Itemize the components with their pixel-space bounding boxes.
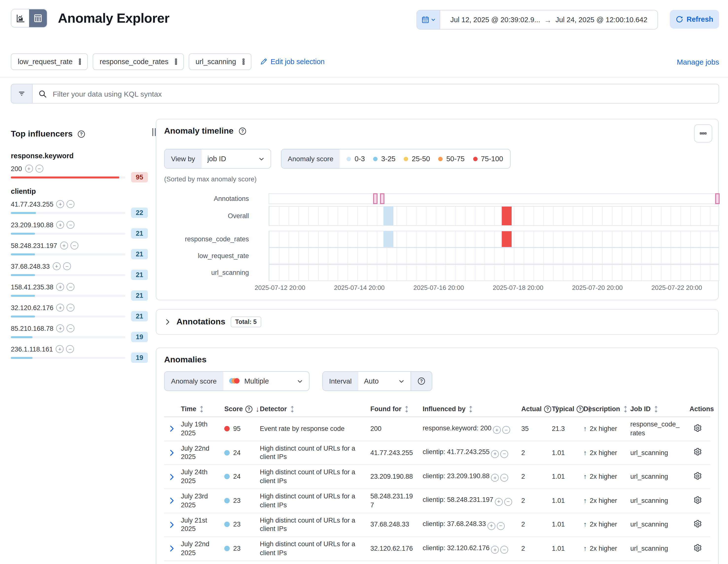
end-date[interactable]: Jul 24, 2025 @ 12:00:10.642: [555, 16, 647, 24]
row-actions-button[interactable]: [694, 520, 702, 530]
remove-filter-icon[interactable]: −: [63, 262, 71, 270]
help-icon[interactable]: ?: [417, 377, 425, 385]
column-header-influenced-by[interactable]: Influenced by: [423, 405, 474, 413]
refresh-button[interactable]: Refresh: [670, 10, 719, 29]
filter-options-button[interactable]: [11, 84, 32, 104]
swimlane[interactable]: [269, 206, 719, 226]
expand-row-button[interactable]: [168, 425, 175, 433]
swimlane[interactable]: [269, 231, 719, 247]
remove-filter-icon[interactable]: −: [501, 450, 508, 458]
job-badge[interactable]: low_request_rate: [11, 53, 88, 70]
help-icon[interactable]: ?: [239, 127, 246, 135]
add-filter-icon[interactable]: +: [56, 221, 64, 229]
help-icon[interactable]: ?: [245, 405, 253, 413]
add-filter-icon[interactable]: +: [495, 498, 503, 506]
job-badge[interactable]: url_scanning: [189, 53, 251, 70]
help-icon[interactable]: ?: [576, 405, 584, 413]
expand-row-button[interactable]: [168, 497, 175, 504]
remove-filter-icon[interactable]: −: [67, 221, 75, 229]
column-header-job-id[interactable]: Job ID: [630, 405, 660, 413]
anomaly-score-select[interactable]: Multiple: [223, 372, 309, 390]
add-filter-icon[interactable]: +: [53, 262, 61, 270]
quick-select-button[interactable]: [417, 10, 440, 29]
add-filter-icon[interactable]: +: [56, 304, 64, 312]
sort-icon[interactable]: [622, 405, 629, 412]
cell-typical: 1.01: [548, 513, 579, 537]
job-badge-menu-icon[interactable]: [172, 58, 179, 66]
help-icon[interactable]: ?: [544, 405, 552, 413]
manage-jobs-link[interactable]: Manage jobs: [677, 57, 719, 66]
swimlane-label: low_request_rate: [164, 252, 255, 260]
start-date[interactable]: Jul 12, 2025 @ 20:39:02.9...: [450, 16, 540, 24]
column-header-score[interactable]: Score ? ↓: [224, 405, 259, 413]
anomaly-cell[interactable]: [383, 207, 393, 225]
remove-filter-icon[interactable]: −: [35, 165, 43, 173]
anomaly-cell[interactable]: [383, 231, 393, 247]
add-filter-icon[interactable]: +: [493, 426, 501, 434]
job-badge-menu-icon[interactable]: [77, 58, 84, 66]
row-actions-button[interactable]: [694, 472, 702, 482]
remove-filter-icon[interactable]: −: [67, 200, 75, 208]
remove-filter-icon[interactable]: −: [497, 522, 505, 530]
annotation-marker[interactable]: [380, 193, 384, 204]
column-header-found-for[interactable]: Found for: [370, 405, 410, 413]
table-view-button[interactable]: [29, 9, 47, 27]
add-filter-icon[interactable]: +: [491, 450, 499, 458]
annotation-marker[interactable]: [373, 193, 378, 204]
expand-row-button[interactable]: [168, 521, 175, 529]
add-filter-icon[interactable]: +: [487, 522, 495, 530]
add-filter-icon[interactable]: +: [56, 324, 64, 332]
add-filter-icon[interactable]: +: [56, 283, 64, 291]
sort-desc-icon[interactable]: ↓: [256, 405, 259, 413]
remove-filter-icon[interactable]: −: [66, 345, 74, 353]
remove-filter-icon[interactable]: −: [501, 546, 508, 554]
add-filter-icon[interactable]: +: [491, 474, 499, 482]
anomaly-cell[interactable]: [502, 207, 512, 225]
edit-job-selection-link[interactable]: Edit job selection: [260, 58, 325, 66]
pm-slot: +−: [486, 520, 505, 528]
add-filter-icon[interactable]: +: [25, 165, 33, 173]
remove-filter-icon[interactable]: −: [504, 498, 512, 506]
swimlane[interactable]: [269, 264, 719, 281]
remove-filter-icon[interactable]: −: [67, 283, 75, 291]
chevron-down-icon: [431, 17, 435, 22]
swimlane[interactable]: [269, 247, 719, 264]
remove-filter-icon[interactable]: −: [67, 324, 75, 332]
view-by-select[interactable]: job ID: [202, 149, 271, 168]
cell-time: July 19th 2025: [177, 417, 220, 441]
expand-row-button[interactable]: [168, 449, 175, 457]
remove-filter-icon[interactable]: −: [70, 242, 78, 249]
column-header-time[interactable]: Time: [181, 405, 205, 413]
add-filter-icon[interactable]: +: [56, 345, 64, 353]
remove-filter-icon[interactable]: −: [67, 304, 75, 312]
anomaly-cell[interactable]: [502, 231, 512, 247]
job-badge-menu-icon[interactable]: [240, 58, 247, 66]
sort-icon[interactable]: [468, 405, 474, 412]
remove-filter-icon[interactable]: −: [502, 426, 510, 434]
add-filter-icon[interactable]: +: [56, 200, 64, 208]
sort-icon[interactable]: [403, 405, 410, 412]
remove-filter-icon[interactable]: −: [501, 474, 508, 482]
expand-row-button[interactable]: [168, 473, 175, 480]
add-filter-icon[interactable]: +: [60, 242, 68, 249]
row-actions-button[interactable]: [694, 448, 702, 458]
column-header-description[interactable]: Description: [583, 405, 629, 413]
annotation-marker[interactable]: [715, 193, 720, 204]
job-badge[interactable]: response_code_rates: [93, 53, 184, 70]
sort-icon[interactable]: [289, 405, 296, 412]
annotations-strip[interactable]: [269, 193, 719, 204]
charts-view-button[interactable]: [11, 9, 29, 27]
annotations-toggle[interactable]: Annotations Total: 5: [156, 310, 718, 334]
interval-select[interactable]: Auto: [358, 372, 410, 390]
row-actions-button[interactable]: [694, 544, 702, 554]
timeline-options-button[interactable]: [694, 124, 712, 142]
row-actions-button[interactable]: [694, 424, 702, 434]
row-actions-button[interactable]: [694, 496, 702, 506]
sort-icon[interactable]: [653, 405, 659, 412]
add-filter-icon[interactable]: +: [491, 546, 499, 554]
help-icon[interactable]: ?: [78, 130, 86, 138]
expand-row-button[interactable]: [168, 545, 175, 552]
kql-search-input[interactable]: [52, 89, 713, 98]
column-header-detector[interactable]: Detector: [260, 405, 296, 413]
sort-icon[interactable]: [198, 405, 205, 412]
